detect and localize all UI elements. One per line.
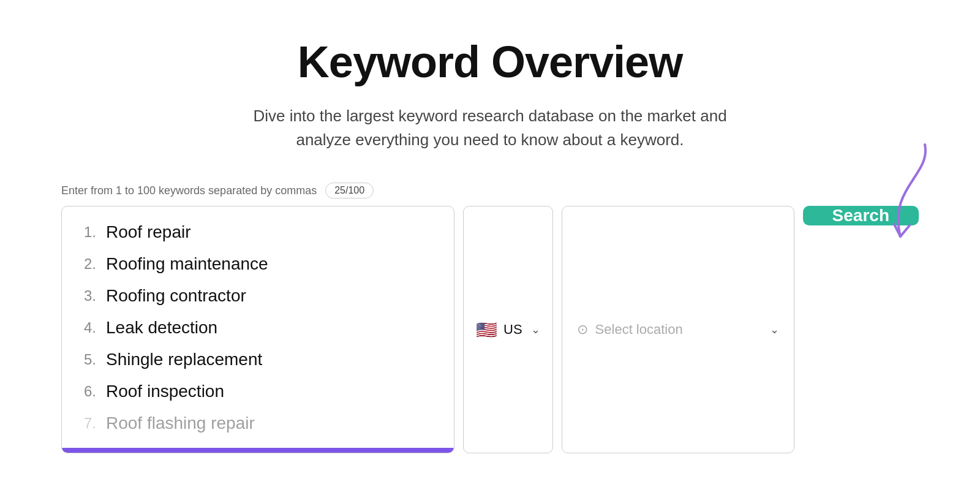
keyword-count-badge: 25/100 xyxy=(325,183,374,198)
input-label-row: Enter from 1 to 100 keywords separated b… xyxy=(61,183,919,198)
country-label: US xyxy=(503,322,522,338)
country-selector[interactable]: 🇺🇸 US ⌄ xyxy=(463,206,553,453)
bottom-bar-accent xyxy=(62,448,454,453)
search-button[interactable]: Search xyxy=(803,206,919,225)
input-label: Enter from 1 to 100 keywords separated b… xyxy=(61,184,317,197)
location-pin-icon: ⊙ xyxy=(577,322,588,338)
page-container: Keyword Overview Dive into the largest k… xyxy=(0,0,980,478)
chevron-down-icon: ⌄ xyxy=(531,323,540,336)
list-item: 4. Leak detection xyxy=(74,312,442,344)
keywords-input-area[interactable]: 1. Roof repair 2. Roofing maintenance 3.… xyxy=(61,206,454,453)
location-placeholder: Select location xyxy=(595,322,760,338)
list-item: 2. Roofing maintenance xyxy=(74,248,442,280)
list-item: 3. Roofing contractor xyxy=(74,280,442,312)
search-button-container: Search xyxy=(803,206,919,453)
list-item: 6. Roof inspection xyxy=(74,376,442,407)
list-item: 7. Roof flashing repair xyxy=(74,407,442,439)
country-flag: 🇺🇸 xyxy=(476,320,497,340)
chevron-down-icon: ⌄ xyxy=(770,323,779,336)
search-row: 1. Roof repair 2. Roofing maintenance 3.… xyxy=(61,206,919,453)
list-item: 5. Shingle replacement xyxy=(74,344,442,376)
page-subtitle: Dive into the largest keyword research d… xyxy=(251,104,729,152)
arrow-decoration xyxy=(864,138,937,261)
page-title: Keyword Overview xyxy=(298,37,682,87)
list-item: 1. Roof repair xyxy=(74,216,442,248)
keywords-list[interactable]: 1. Roof repair 2. Roofing maintenance 3.… xyxy=(62,206,454,449)
location-selector[interactable]: ⊙ Select location ⌄ xyxy=(562,206,794,453)
